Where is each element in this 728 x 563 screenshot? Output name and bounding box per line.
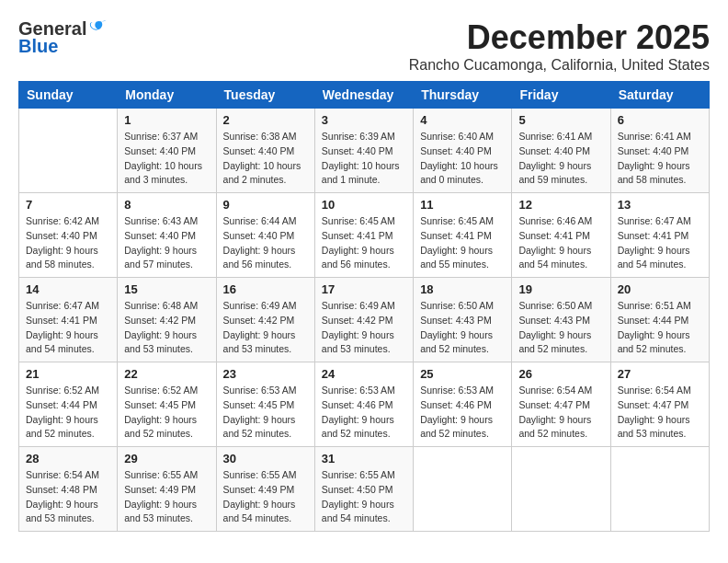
calendar-header-cell: Monday (118, 82, 216, 109)
calendar-day-cell: 25Sunrise: 6:53 AMSunset: 4:46 PMDayligh… (414, 362, 512, 447)
day-info: Sunrise: 6:53 AMSunset: 4:46 PMDaylight:… (420, 384, 505, 442)
month-title: December 2025 (409, 18, 710, 57)
day-info: Sunrise: 6:40 AMSunset: 4:40 PMDaylight:… (420, 130, 505, 188)
day-info: Sunrise: 6:47 AMSunset: 4:41 PMDaylight:… (26, 299, 110, 357)
day-info: Sunrise: 6:45 AMSunset: 4:41 PMDaylight:… (322, 214, 406, 272)
calendar-day-cell: 4Sunrise: 6:40 AMSunset: 4:40 PMDaylight… (414, 109, 512, 193)
title-area: December 2025 Rancho Cucamonga, Californ… (409, 18, 710, 74)
calendar-day-cell: 16Sunrise: 6:49 AMSunset: 4:42 PMDayligh… (216, 278, 314, 362)
calendar-header-cell: Thursday (414, 82, 512, 109)
day-info: Sunrise: 6:52 AMSunset: 4:45 PMDaylight:… (124, 384, 209, 442)
day-info: Sunrise: 6:42 AMSunset: 4:40 PMDaylight:… (26, 214, 110, 272)
day-info: Sunrise: 6:48 AMSunset: 4:42 PMDaylight:… (124, 299, 209, 357)
calendar-day-cell: 31Sunrise: 6:55 AMSunset: 4:50 PMDayligh… (314, 447, 413, 532)
calendar-day-cell: 28Sunrise: 6:54 AMSunset: 4:48 PMDayligh… (19, 447, 118, 532)
calendar-day-cell: 29Sunrise: 6:55 AMSunset: 4:49 PMDayligh… (118, 447, 216, 532)
day-number: 25 (420, 367, 505, 381)
calendar-header-cell: Saturday (610, 82, 709, 109)
day-info: Sunrise: 6:54 AMSunset: 4:47 PMDaylight:… (618, 384, 702, 442)
day-info: Sunrise: 6:39 AMSunset: 4:40 PMDaylight:… (322, 130, 406, 188)
day-info: Sunrise: 6:49 AMSunset: 4:42 PMDaylight:… (322, 299, 406, 357)
day-number: 19 (518, 282, 603, 296)
calendar-day-cell (19, 109, 118, 193)
calendar-day-cell: 3Sunrise: 6:39 AMSunset: 4:40 PMDaylight… (314, 109, 413, 193)
logo: General Blue (18, 18, 108, 57)
day-number: 2 (223, 113, 308, 127)
day-info: Sunrise: 6:54 AMSunset: 4:47 PMDaylight:… (518, 384, 603, 442)
calendar-day-cell: 27Sunrise: 6:54 AMSunset: 4:47 PMDayligh… (610, 362, 709, 447)
day-number: 24 (322, 367, 406, 381)
calendar-header-row: SundayMondayTuesdayWednesdayThursdayFrid… (19, 82, 710, 109)
day-number: 17 (322, 282, 406, 296)
day-number: 27 (618, 367, 702, 381)
day-number: 20 (618, 282, 702, 296)
day-info: Sunrise: 6:55 AMSunset: 4:50 PMDaylight:… (322, 468, 406, 526)
calendar-header-cell: Wednesday (314, 82, 413, 109)
day-number: 4 (420, 113, 505, 127)
calendar-day-cell (610, 447, 709, 532)
page-header: General Blue December 2025 Rancho Cucamo… (18, 18, 710, 74)
logo-blue-text: Blue (18, 36, 58, 57)
calendar-day-cell: 17Sunrise: 6:49 AMSunset: 4:42 PMDayligh… (314, 278, 413, 362)
day-number: 14 (26, 282, 110, 296)
day-info: Sunrise: 6:44 AMSunset: 4:40 PMDaylight:… (223, 214, 308, 272)
day-info: Sunrise: 6:53 AMSunset: 4:45 PMDaylight:… (223, 384, 308, 442)
calendar-day-cell: 12Sunrise: 6:46 AMSunset: 4:41 PMDayligh… (512, 193, 610, 278)
calendar-day-cell: 9Sunrise: 6:44 AMSunset: 4:40 PMDaylight… (216, 193, 314, 278)
day-info: Sunrise: 6:51 AMSunset: 4:44 PMDaylight:… (618, 299, 702, 357)
calendar-day-cell: 21Sunrise: 6:52 AMSunset: 4:44 PMDayligh… (19, 362, 118, 447)
calendar-day-cell: 11Sunrise: 6:45 AMSunset: 4:41 PMDayligh… (414, 193, 512, 278)
day-number: 3 (322, 113, 406, 127)
logo-bird-icon (88, 17, 108, 38)
day-number: 12 (518, 198, 603, 212)
calendar-day-cell: 18Sunrise: 6:50 AMSunset: 4:43 PMDayligh… (414, 278, 512, 362)
day-number: 18 (420, 282, 505, 296)
day-number: 26 (518, 367, 603, 381)
day-info: Sunrise: 6:55 AMSunset: 4:49 PMDaylight:… (223, 468, 308, 526)
calendar-day-cell: 15Sunrise: 6:48 AMSunset: 4:42 PMDayligh… (118, 278, 216, 362)
day-info: Sunrise: 6:53 AMSunset: 4:46 PMDaylight:… (322, 384, 406, 442)
calendar-day-cell: 23Sunrise: 6:53 AMSunset: 4:45 PMDayligh… (216, 362, 314, 447)
day-info: Sunrise: 6:41 AMSunset: 4:40 PMDaylight:… (618, 130, 702, 188)
calendar-week-row: 21Sunrise: 6:52 AMSunset: 4:44 PMDayligh… (19, 362, 710, 447)
day-info: Sunrise: 6:47 AMSunset: 4:41 PMDaylight:… (618, 214, 702, 272)
calendar-week-row: 7Sunrise: 6:42 AMSunset: 4:40 PMDaylight… (19, 193, 710, 278)
calendar-day-cell: 2Sunrise: 6:38 AMSunset: 4:40 PMDaylight… (216, 109, 314, 193)
day-number: 22 (124, 367, 209, 381)
day-number: 9 (223, 198, 308, 212)
calendar-header-cell: Tuesday (216, 82, 314, 109)
day-number: 28 (26, 452, 110, 465)
calendar-day-cell: 13Sunrise: 6:47 AMSunset: 4:41 PMDayligh… (610, 193, 709, 278)
day-info: Sunrise: 6:43 AMSunset: 4:40 PMDaylight:… (124, 214, 209, 272)
calendar-day-cell: 6Sunrise: 6:41 AMSunset: 4:40 PMDaylight… (610, 109, 709, 193)
day-info: Sunrise: 6:49 AMSunset: 4:42 PMDaylight:… (223, 299, 308, 357)
day-number: 7 (26, 198, 110, 212)
calendar-day-cell: 1Sunrise: 6:37 AMSunset: 4:40 PMDaylight… (118, 109, 216, 193)
day-number: 10 (322, 198, 406, 212)
day-number: 13 (618, 198, 702, 212)
calendar-week-row: 14Sunrise: 6:47 AMSunset: 4:41 PMDayligh… (19, 278, 710, 362)
calendar-week-row: 28Sunrise: 6:54 AMSunset: 4:48 PMDayligh… (19, 447, 710, 532)
day-number: 1 (124, 113, 209, 127)
calendar-day-cell (414, 447, 512, 532)
calendar-day-cell: 24Sunrise: 6:53 AMSunset: 4:46 PMDayligh… (314, 362, 413, 447)
day-number: 23 (223, 367, 308, 381)
calendar-body: 1Sunrise: 6:37 AMSunset: 4:40 PMDaylight… (19, 109, 710, 532)
calendar-day-cell: 5Sunrise: 6:41 AMSunset: 4:40 PMDaylight… (512, 109, 610, 193)
day-number: 31 (322, 452, 406, 465)
day-number: 16 (223, 282, 308, 296)
calendar-week-row: 1Sunrise: 6:37 AMSunset: 4:40 PMDaylight… (19, 109, 710, 193)
day-info: Sunrise: 6:50 AMSunset: 4:43 PMDaylight:… (420, 299, 505, 357)
calendar-day-cell: 30Sunrise: 6:55 AMSunset: 4:49 PMDayligh… (216, 447, 314, 532)
day-info: Sunrise: 6:46 AMSunset: 4:41 PMDaylight:… (518, 214, 603, 272)
day-info: Sunrise: 6:50 AMSunset: 4:43 PMDaylight:… (518, 299, 603, 357)
day-number: 30 (223, 452, 308, 465)
day-number: 29 (124, 452, 209, 465)
day-number: 6 (618, 113, 702, 127)
calendar-day-cell: 10Sunrise: 6:45 AMSunset: 4:41 PMDayligh… (314, 193, 413, 278)
day-info: Sunrise: 6:52 AMSunset: 4:44 PMDaylight:… (26, 384, 110, 442)
calendar-day-cell: 20Sunrise: 6:51 AMSunset: 4:44 PMDayligh… (610, 278, 709, 362)
calendar-day-cell: 14Sunrise: 6:47 AMSunset: 4:41 PMDayligh… (19, 278, 118, 362)
day-info: Sunrise: 6:45 AMSunset: 4:41 PMDaylight:… (420, 214, 505, 272)
calendar-day-cell: 22Sunrise: 6:52 AMSunset: 4:45 PMDayligh… (118, 362, 216, 447)
